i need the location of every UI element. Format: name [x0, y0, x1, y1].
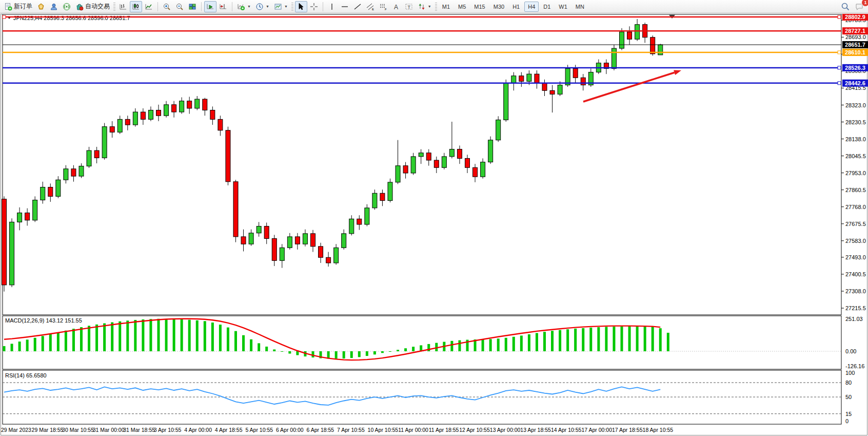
arrows-icon	[418, 3, 426, 11]
community-icon	[50, 3, 58, 11]
macd-histogram-bar	[636, 326, 639, 351]
zoom-out-button[interactable]	[173, 1, 186, 12]
autotrade-label: 自动交易	[85, 2, 110, 11]
community-button[interactable]	[48, 1, 60, 12]
vertical-line-button[interactable]	[326, 1, 338, 12]
rsi-axis-label: 50	[845, 394, 852, 400]
candle-body	[94, 150, 99, 158]
candle-body	[287, 237, 292, 248]
candle-body	[233, 182, 238, 237]
candle-body	[311, 234, 315, 247]
macd-histogram-bar	[211, 323, 214, 351]
timeframe-h1[interactable]: H1	[509, 2, 523, 12]
rsi-axis-label: 0	[845, 418, 849, 424]
macd-histogram-bar	[644, 326, 646, 351]
new-order-label: 新订单	[14, 2, 32, 11]
price-tick-label: 28693.0	[845, 34, 866, 40]
candle-body	[319, 247, 323, 257]
auto-scroll-button[interactable]	[204, 1, 216, 12]
candle-body	[303, 234, 307, 244]
candle-body	[203, 99, 207, 110]
line-handle[interactable]	[838, 51, 841, 54]
macd-histogram-bar	[258, 343, 260, 351]
candle-body	[635, 25, 640, 40]
macd-histogram-bar	[281, 351, 283, 352]
price-tick-label: 27493.0	[845, 254, 866, 260]
macd-histogram-bar	[566, 329, 569, 351]
timeframe-w1[interactable]: W1	[555, 2, 571, 12]
autotrade-button[interactable]: 自动交易	[73, 1, 112, 12]
time-label: 3 Apr 10:55	[154, 427, 182, 433]
macd-histogram-bar	[72, 329, 75, 351]
signals-button[interactable]	[61, 1, 73, 12]
candle-body	[542, 83, 547, 90]
bar-chart-icon	[119, 3, 127, 11]
candle-body	[419, 153, 423, 157]
macd-histogram-bar	[49, 334, 52, 351]
time-label: 13 Apr 00:00	[490, 427, 521, 433]
macd-histogram-bar	[605, 327, 607, 351]
macd-histogram-bar	[142, 319, 144, 351]
signals-icon	[63, 3, 71, 11]
notification-badge[interactable]: 1	[861, 0, 868, 7]
text-button[interactable]: A	[390, 1, 402, 12]
trendline-icon	[353, 3, 362, 11]
macd-histogram-bar	[88, 326, 90, 351]
time-label: 29 Mar 18:55	[32, 427, 64, 433]
tile-windows-button[interactable]	[186, 1, 199, 12]
line-handle[interactable]	[838, 15, 841, 18]
macd-histogram-bar	[11, 344, 13, 351]
macd-histogram-bar	[80, 327, 83, 351]
timeframe-d1[interactable]: D1	[540, 2, 554, 12]
equidistant-channel-button[interactable]: E	[364, 1, 377, 12]
chart-shift-button[interactable]	[217, 1, 229, 12]
macd-axis-label: 251.03	[845, 316, 863, 322]
text-label-button[interactable]: T	[403, 1, 415, 12]
candle-body	[241, 237, 246, 244]
macd-histogram-bar	[157, 319, 160, 351]
timeframe-m5[interactable]: M5	[455, 2, 469, 12]
cursor-button[interactable]	[295, 1, 307, 12]
macd-histogram-bar	[242, 335, 245, 351]
quotes-button[interactable]	[35, 1, 47, 12]
line-handle[interactable]	[838, 82, 841, 85]
macd-histogram-bar	[204, 321, 206, 351]
timeframe-m1[interactable]: M1	[439, 2, 453, 12]
timeframe-m30[interactable]: M30	[490, 2, 508, 12]
search-button[interactable]	[839, 1, 852, 12]
line-handle[interactable]	[838, 66, 841, 69]
bar-chart-button[interactable]	[117, 1, 129, 12]
horizontal-line-button[interactable]	[339, 1, 351, 12]
line-handle[interactable]	[3, 15, 6, 18]
zoom-in-button[interactable]	[161, 1, 173, 12]
search-icon	[841, 2, 850, 11]
macd-histogram-bar	[57, 332, 60, 351]
indicators-button[interactable]: ▼	[235, 1, 253, 12]
arrows-button[interactable]: ▼	[416, 1, 433, 12]
trendline-button[interactable]	[351, 1, 364, 12]
candle-body	[611, 48, 616, 68]
macd-histogram-bar	[512, 337, 515, 351]
timeframe-h4[interactable]: H4	[524, 2, 539, 12]
candlestick-button[interactable]	[130, 1, 142, 12]
chart-canvas[interactable]: JPN225,H4 28596.3 28656.6 28596.0 28651.…	[0, 14, 868, 436]
auto-scroll-icon	[206, 3, 214, 11]
price-tick-label: 27583.0	[845, 238, 866, 244]
templates-button[interactable]: ▼	[272, 1, 290, 12]
timeframe-mn[interactable]: MN	[572, 2, 588, 12]
macd-histogram-bar	[659, 328, 662, 351]
macd-histogram-bar	[111, 323, 113, 351]
line-chart-button[interactable]	[143, 1, 155, 12]
timeframe-m15[interactable]: M15	[470, 2, 488, 12]
fibonacci-button[interactable]: F	[377, 1, 389, 12]
candle-body	[372, 193, 377, 208]
candle-body	[481, 162, 485, 177]
price-badge-label: 28442.6	[845, 80, 865, 86]
time-label: 31 Mar 00:00	[93, 427, 125, 433]
trading-terminal: 新订单 自动交易	[0, 0, 868, 436]
svg-text:E: E	[372, 8, 374, 11]
periods-button[interactable]: ▼	[253, 1, 271, 12]
main-price-panel[interactable]	[3, 14, 841, 315]
new-order-button[interactable]: 新订单	[2, 1, 34, 12]
crosshair-button[interactable]	[308, 1, 320, 12]
